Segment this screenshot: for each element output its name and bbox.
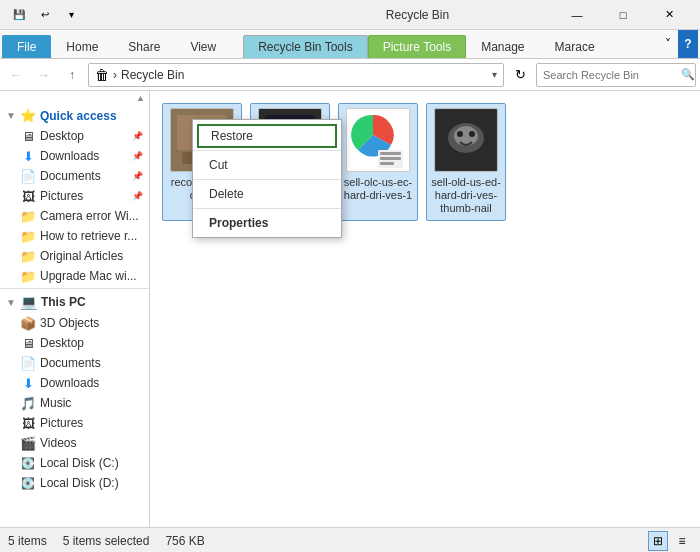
sidebar-local-d-label: Local Disk (D:) (40, 476, 119, 490)
3dobjects-icon: 📦 (20, 315, 36, 331)
sidebar-downloads-pc-label: Downloads (40, 376, 99, 390)
scroll-up-arrow: ▲ (136, 93, 145, 103)
sidebar-item-how[interactable]: 📁 How to retrieve r... (0, 226, 149, 246)
status-left: 5 items 5 items selected 756 KB (8, 534, 648, 548)
help-button[interactable]: ? (678, 30, 698, 58)
grid-view-button[interactable]: ⊞ (648, 531, 668, 551)
this-pc-label: This PC (41, 295, 86, 309)
up-button[interactable]: ↑ (60, 63, 84, 87)
sidebar-documents-label: Documents (40, 169, 101, 183)
address-location: Recycle Bin (121, 68, 184, 82)
pictures-icon: 🖼 (20, 188, 36, 204)
sidebar-pictures-label: Pictures (40, 189, 83, 203)
sidebar-item-3dobjects[interactable]: 📦 3D Objects (0, 313, 149, 333)
downloads-pc-icon: ⬇ (20, 375, 36, 391)
close-button[interactable]: ✕ (646, 0, 692, 30)
camera-folder-icon: 📁 (20, 208, 36, 224)
sidebar-scroll-top: ▲ (0, 91, 149, 105)
ribbon-tabs: File Home Share View Recycle Bin Tools P… (0, 30, 700, 58)
sidebar-item-downloads[interactable]: ⬇ Downloads 📌 (0, 146, 149, 166)
sidebar-item-documents[interactable]: 📄 Documents 📌 (0, 166, 149, 186)
this-pc-expand-icon: ▼ (6, 297, 16, 308)
context-menu-sep-1 (193, 150, 341, 151)
svg-rect-11 (380, 162, 394, 165)
tab-recycle-bin-tools[interactable]: Recycle Bin Tools (243, 35, 368, 58)
forward-button[interactable]: → (32, 63, 56, 87)
file-label-4: sell-old-us-ed-hard-dri-ves-thumb-nail (431, 176, 501, 216)
desktop-icon: 🖥 (20, 128, 36, 144)
file-thumbnail-3 (346, 108, 410, 172)
context-menu-properties[interactable]: Properties (193, 211, 341, 235)
sidebar-item-pictures[interactable]: 🖼 Pictures 📌 (0, 186, 149, 206)
sidebar-upgrade-label: Upgrade Mac wi... (40, 269, 137, 283)
sidebar-item-camera[interactable]: 📁 Camera error Wi... (0, 206, 149, 226)
address-bar-row: ← → ↑ 🗑 › Recycle Bin ▾ ↻ 🔍 (0, 59, 700, 91)
maximize-button[interactable]: □ (600, 0, 646, 30)
search-icon[interactable]: 🔍 (681, 68, 695, 81)
list-view-button[interactable]: ≡ (672, 531, 692, 551)
file-item-4[interactable]: sell-old-us-ed-hard-dri-ves-thumb-nail (426, 103, 506, 221)
tab-file[interactable]: File (2, 35, 51, 58)
address-box[interactable]: 🗑 › Recycle Bin ▾ (88, 63, 504, 87)
sidebar-articles-label: Original Articles (40, 249, 123, 263)
refresh-button[interactable]: ↻ (508, 63, 532, 87)
tab-picture-tools[interactable]: Picture Tools (368, 35, 466, 58)
pin-icon-pictures: 📌 (132, 191, 143, 201)
minimize-button[interactable]: — (554, 0, 600, 30)
ribbon-collapse-chevron[interactable]: ˅ (658, 30, 678, 58)
sidebar-divider-1 (0, 288, 149, 289)
how-folder-icon: 📁 (20, 228, 36, 244)
sidebar-item-local-c[interactable]: 💽 Local Disk (C:) (0, 453, 149, 473)
sidebar-item-desktop[interactable]: 🖥 Desktop 📌 (0, 126, 149, 146)
context-menu-restore[interactable]: Restore (197, 124, 337, 148)
sidebar-item-videos[interactable]: 🎬 Videos (0, 433, 149, 453)
content-area: recov-eted-f-d-c... 📷 er-del-iles-s-rd-7 (150, 91, 700, 527)
tab-view[interactable]: View (175, 35, 231, 58)
context-menu-cut[interactable]: Cut (193, 153, 341, 177)
title-bar: 💾 ↩ ▾ Recycle Bin — □ ✕ (0, 0, 700, 30)
quick-access-expand-icon: ▼ (6, 110, 16, 121)
sidebar-item-upgrade[interactable]: 📁 Upgrade Mac wi... (0, 266, 149, 286)
address-dropdown-icon[interactable]: ▾ (492, 69, 497, 80)
quick-access-header[interactable]: ▼ ⭐ Quick access (0, 105, 149, 126)
local-c-icon: 💽 (20, 455, 36, 471)
pictures-pc-icon: 🖼 (20, 415, 36, 431)
tab-manage-2[interactable]: Marace (540, 35, 610, 58)
status-bar: 5 items 5 items selected 756 KB ⊞ ≡ (0, 527, 700, 552)
context-menu-delete[interactable]: Delete (193, 182, 341, 206)
sidebar-item-desktop-pc[interactable]: 🖥 Desktop (0, 333, 149, 353)
down-arrow-btn[interactable]: ▾ (60, 4, 82, 26)
quick-access-label: Quick access (40, 109, 117, 123)
sidebar-item-music[interactable]: 🎵 Music (0, 393, 149, 413)
recycle-bin-icon: 🗑 (95, 67, 109, 83)
sidebar-item-documents-pc[interactable]: 📄 Documents (0, 353, 149, 373)
title-bar-left: 💾 ↩ ▾ (8, 4, 281, 26)
svg-rect-9 (380, 152, 401, 155)
pin-icon-desktop: 📌 (132, 131, 143, 141)
window-title: Recycle Bin (281, 8, 554, 22)
status-size: 756 KB (165, 534, 204, 548)
save-quick-btn[interactable]: 💾 (8, 4, 30, 26)
list-view-icon: ≡ (678, 534, 685, 548)
tab-home[interactable]: Home (51, 35, 113, 58)
sidebar-item-articles[interactable]: 📁 Original Articles (0, 246, 149, 266)
search-input[interactable] (543, 69, 681, 81)
articles-folder-icon: 📁 (20, 248, 36, 264)
file-item-3[interactable]: sell-olc-us-ec-hard-dri-ves-1 (338, 103, 418, 221)
context-menu: Restore Cut Delete Properties (192, 119, 342, 238)
tab-manage-1[interactable]: Manage (466, 35, 539, 58)
sidebar-how-label: How to retrieve r... (40, 229, 137, 243)
sidebar-item-pictures-pc[interactable]: 🖼 Pictures (0, 413, 149, 433)
tab-share[interactable]: Share (113, 35, 175, 58)
back-button[interactable]: ← (4, 63, 28, 87)
file-label-3: sell-olc-us-ec-hard-dri-ves-1 (343, 176, 413, 202)
pc-icon: 💻 (20, 294, 37, 310)
sidebar-camera-label: Camera error Wi... (40, 209, 139, 223)
this-pc-header[interactable]: ▼ 💻 This PC (0, 291, 149, 313)
search-box[interactable]: 🔍 (536, 63, 696, 87)
music-icon: 🎵 (20, 395, 36, 411)
upgrade-folder-icon: 📁 (20, 268, 36, 284)
undo-quick-btn[interactable]: ↩ (34, 4, 56, 26)
sidebar-item-local-d[interactable]: 💽 Local Disk (D:) (0, 473, 149, 493)
sidebar-item-downloads-pc[interactable]: ⬇ Downloads (0, 373, 149, 393)
